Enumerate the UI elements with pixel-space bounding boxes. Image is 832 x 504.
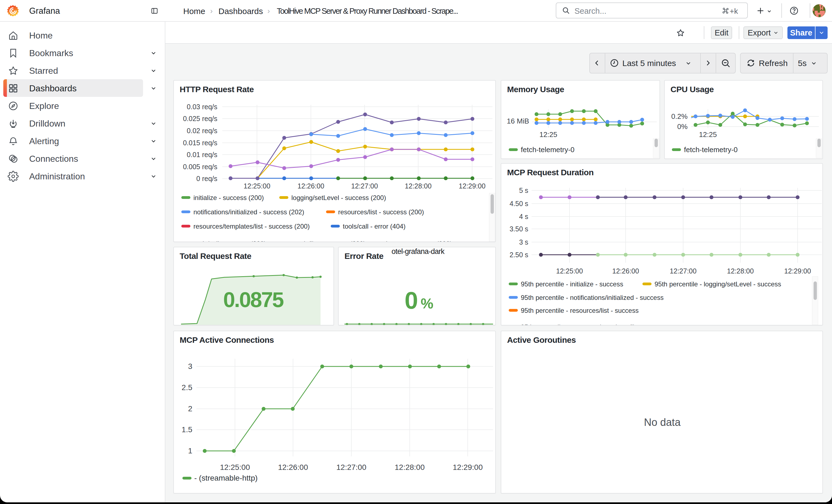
svg-text:0.015 req/s: 0.015 req/s bbox=[183, 139, 217, 147]
svg-text:2.50 s: 2.50 s bbox=[510, 251, 528, 259]
svg-text:3 s: 3 s bbox=[519, 238, 528, 246]
svg-text:resources/list - success (200): resources/list - success (200) bbox=[338, 208, 424, 216]
svg-text:tools/call - error (404): tools/call - error (404) bbox=[343, 222, 406, 230]
svg-text:12:25:00: 12:25:00 bbox=[556, 267, 583, 275]
svg-text:12:27:00: 12:27:00 bbox=[337, 463, 366, 472]
svg-text:12:25: 12:25 bbox=[539, 130, 557, 139]
svg-text:- (streamable-http): - (streamable-http) bbox=[194, 474, 258, 482]
svg-text:12:29:00: 12:29:00 bbox=[784, 267, 811, 275]
svg-text:16 MiB: 16 MiB bbox=[507, 117, 529, 125]
svg-text:95th percentile - logging/setL: 95th percentile - logging/setLevel - suc… bbox=[654, 280, 781, 288]
svg-text:Error Rate: Error Rate bbox=[344, 251, 384, 261]
svg-text:12:28:00: 12:28:00 bbox=[395, 463, 425, 472]
svg-text:Total Request Rate: Total Request Rate bbox=[180, 251, 252, 261]
svg-text:3: 3 bbox=[188, 362, 192, 371]
svg-text:logging/setLevel - success (20: logging/setLevel - success (200) bbox=[291, 194, 386, 202]
svg-text:0.025 req/s: 0.025 req/s bbox=[183, 115, 217, 123]
svg-text:12:26:00: 12:26:00 bbox=[297, 182, 324, 190]
svg-text:12:29:00: 12:29:00 bbox=[453, 463, 483, 472]
svg-text:0: 0 bbox=[405, 287, 418, 314]
svg-text:12:28:00: 12:28:00 bbox=[405, 182, 432, 190]
svg-text:%: % bbox=[421, 295, 433, 312]
svg-text:0 req/s: 0 req/s bbox=[197, 175, 217, 182]
svg-text:2.5: 2.5 bbox=[182, 383, 192, 392]
svg-text:0.2%: 0.2% bbox=[671, 112, 687, 121]
svg-text:0%: 0% bbox=[677, 123, 687, 131]
svg-text:1.5: 1.5 bbox=[182, 425, 192, 434]
svg-text:12:25:00: 12:25:00 bbox=[220, 463, 250, 472]
svg-text:0.03 req/s: 0.03 req/s bbox=[187, 103, 217, 111]
svg-text:12:29:00: 12:29:00 bbox=[459, 182, 485, 190]
svg-text:12:27:00: 12:27:00 bbox=[351, 182, 378, 190]
svg-text:12:26:00: 12:26:00 bbox=[612, 267, 639, 275]
svg-text:3.50 s: 3.50 s bbox=[510, 225, 528, 233]
svg-text:Active Goroutines: Active Goroutines bbox=[507, 335, 576, 344]
svg-text:0.0875: 0.0875 bbox=[223, 288, 284, 312]
svg-text:12:25: 12:25 bbox=[699, 130, 717, 139]
svg-text:4.50 s: 4.50 s bbox=[510, 200, 528, 207]
svg-text:CPU Usage: CPU Usage bbox=[671, 85, 714, 94]
svg-text:HTTP Request Rate: HTTP Request Rate bbox=[180, 85, 254, 94]
svg-text:0.005 req/s: 0.005 req/s bbox=[183, 163, 217, 170]
svg-text:fetch-telemetry-0: fetch-telemetry-0 bbox=[684, 145, 738, 154]
svg-text:95th percentile - notification: 95th percentile - notifications/initiali… bbox=[521, 294, 664, 301]
svg-text:0.01 req/s: 0.01 req/s bbox=[187, 151, 217, 158]
svg-text:1: 1 bbox=[188, 447, 192, 455]
svg-text:95th percentile - initialize -: 95th percentile - initialize - success bbox=[521, 280, 623, 288]
svg-text:12:28:00: 12:28:00 bbox=[727, 267, 754, 275]
svg-text:95th percentile - resources/te: 95th percentile - resources/templates/li… bbox=[521, 323, 669, 325]
svg-text:notifications/initialized - su: notifications/initialized - success (202… bbox=[193, 208, 304, 216]
svg-text:fetch-telemetry-0: fetch-telemetry-0 bbox=[521, 145, 574, 154]
svg-text:tools/list - success (200): tools/list - success (200) bbox=[295, 240, 365, 242]
svg-text:initialize - success (200): initialize - success (200) bbox=[193, 194, 264, 202]
svg-text:12:25:00: 12:25:00 bbox=[243, 182, 270, 190]
svg-text:0.02 req/s: 0.02 req/s bbox=[187, 127, 217, 135]
svg-text:MCP Active Connections: MCP Active Connections bbox=[180, 335, 274, 344]
svg-text:tools/call - success (200): tools/call - success (200) bbox=[193, 240, 266, 242]
svg-text:5 s: 5 s bbox=[519, 187, 528, 194]
svg-text:unknown - success (200): unknown - success (200) bbox=[379, 240, 452, 242]
svg-text:Memory Usage: Memory Usage bbox=[507, 85, 564, 94]
svg-text:95th percentile - resources/li: 95th percentile - resources/list - succe… bbox=[521, 307, 639, 314]
svg-text:MCP Request Duration: MCP Request Duration bbox=[507, 168, 594, 177]
svg-text:resources/templates/list - suc: resources/templates/list - success (200) bbox=[193, 222, 310, 230]
svg-text:No data: No data bbox=[644, 417, 681, 428]
svg-text:12:27:00: 12:27:00 bbox=[670, 267, 696, 275]
svg-text:12:26:00: 12:26:00 bbox=[278, 463, 308, 472]
svg-text:2: 2 bbox=[188, 404, 192, 413]
svg-text:4 s: 4 s bbox=[519, 213, 528, 220]
